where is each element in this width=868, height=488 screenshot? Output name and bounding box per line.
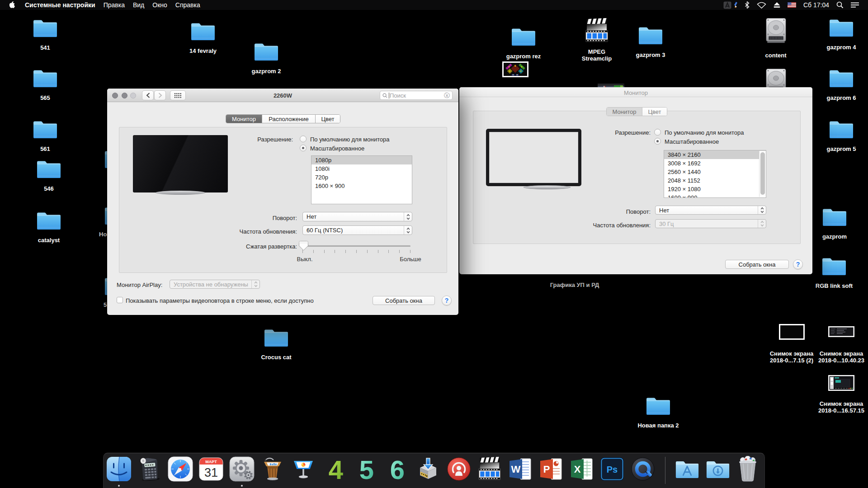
folder-gazprom[interactable]: gazprom	[803, 207, 866, 227]
resolution-list-2[interactable]: 3840 × 21603008 × 16922560 × 14402048 × …	[664, 150, 766, 198]
rotation-dropdown-2[interactable]: Нет	[655, 206, 766, 215]
resolution-option[interactable]: 1080i	[311, 164, 412, 173]
screenshot-2[interactable]: Снимок экрана 2018-0...10.40.23	[810, 326, 868, 337]
pen-status-icon[interactable]	[734, 0, 737, 10]
refresh-dropdown[interactable]: 60 Гц (NTSC)	[302, 225, 412, 235]
dock-keynote[interactable]	[290, 456, 316, 482]
adobe-status-icon[interactable]	[723, 0, 731, 10]
rotation-label-2: Поворот:	[626, 208, 651, 215]
resolution-list[interactable]: 1080p1080i720p1600 × 900	[311, 155, 412, 204]
folder-gazprom-5[interactable]: gazprom 5	[810, 119, 868, 140]
tab-monitor[interactable]: Монитор	[226, 115, 262, 123]
folder-565[interactable]: 565	[14, 68, 77, 89]
bluetooth-icon[interactable]	[745, 0, 750, 10]
screenshot-3[interactable]: Снимок экрана 2018-0...16.57.15	[810, 375, 868, 391]
svg-text:X: X	[574, 464, 581, 475]
folder-gazprom-2[interactable]: gazprom 2	[235, 42, 298, 62]
folder-gazprom-rez[interactable]: gazprom rez	[492, 27, 555, 47]
wifi-icon[interactable]	[757, 0, 766, 10]
folder-546-icon	[17, 159, 80, 179]
menu-clock[interactable]: Сб 17:04	[803, 1, 829, 9]
eject-icon[interactable]	[774, 0, 780, 10]
menu-view[interactable]: Вид	[129, 0, 148, 10]
radio-scaled-resolution-2[interactable]	[654, 138, 661, 145]
resolution-option[interactable]: 3008 × 1692	[664, 159, 766, 168]
resolution-list-scrollbar[interactable]	[759, 151, 766, 197]
dock-broadcast[interactable]	[446, 456, 472, 482]
dock-photoshop[interactable]: Ps	[599, 456, 625, 482]
resolution-option[interactable]: 868 × 488	[664, 185, 766, 193]
dock-num6[interactable]: 6	[384, 456, 410, 482]
folder-novaya-papka-2[interactable]: Новая папка 2	[627, 396, 690, 416]
dock-num4[interactable]: 4	[323, 456, 349, 482]
scrollbar-thumb[interactable]	[760, 152, 765, 195]
radio-scaled-resolution[interactable]	[300, 145, 307, 151]
folder-gazprom-3[interactable]: gazprom 3	[619, 25, 682, 46]
folder-561[interactable]: 561	[14, 119, 77, 140]
window-monitor-titlebar[interactable]: Монитор	[459, 87, 812, 97]
help-button[interactable]: ?	[442, 296, 452, 305]
spotlight-icon[interactable]	[836, 0, 844, 10]
dock-keynote-wood[interactable]	[259, 456, 286, 482]
dock-trash[interactable]	[735, 456, 761, 482]
dock-num5[interactable]: 5	[354, 456, 380, 482]
resolution-option[interactable]: 1600 × 900	[664, 193, 766, 198]
notification-center-icon[interactable]	[851, 0, 859, 10]
dock-safari[interactable]	[167, 456, 193, 482]
dock-folder-apps[interactable]	[674, 456, 700, 482]
folder-541[interactable]: 541	[14, 18, 77, 38]
resolution-option[interactable]: 2560 × 1440	[664, 168, 766, 176]
overscan-slider-track[interactable]	[302, 245, 410, 247]
apple-menu-icon[interactable]	[9, 0, 16, 10]
dock-calc[interactable]	[137, 456, 163, 482]
overscan-slider-knob[interactable]	[299, 241, 308, 251]
gather-windows-button-2[interactable]: Собрать окна	[725, 260, 789, 269]
clear-search-icon[interactable]: ⓧ	[444, 93, 450, 99]
resolution-option[interactable]: 1080p	[311, 156, 412, 164]
folder-crocus-cat[interactable]: Crocus cat	[245, 328, 308, 348]
menu-help[interactable]: Справка	[171, 0, 204, 10]
folder-14-fevraly[interactable]: 14 fevraly	[171, 21, 235, 42]
rotation-dropdown[interactable]: Нет	[302, 212, 412, 221]
dock-folder-downloads[interactable]	[705, 456, 731, 482]
folder-gazprom-6[interactable]: gazprom 6	[810, 68, 868, 89]
dock-word[interactable]: W	[507, 456, 533, 482]
window-display-titlebar[interactable]: 2260W Поиск ⓧ	[107, 89, 458, 102]
menu-edit[interactable]: Правка	[99, 0, 129, 10]
overscan-label: Сжатая развертка:	[246, 243, 297, 250]
dock-finder[interactable]	[106, 456, 132, 482]
gather-windows-button[interactable]: Собрать окна	[373, 296, 435, 305]
folder-gazprom-4[interactable]: gazprom 4	[810, 18, 868, 38]
dock-sysprefs[interactable]	[229, 456, 255, 482]
radio-default-resolution-2[interactable]	[654, 129, 661, 136]
tab-arrangement[interactable]: Расположение	[262, 115, 316, 123]
dock-calendar[interactable]: МАРТ 31	[198, 456, 224, 482]
resolution-option[interactable]: 720p	[311, 173, 412, 182]
folder-546[interactable]: 546	[17, 159, 80, 179]
dock-excel[interactable]: X	[569, 456, 595, 482]
image-preview[interactable]	[484, 61, 547, 77]
label-fragment-no[interactable]: Но	[99, 231, 107, 238]
label-fragment-5[interactable]: 5	[104, 301, 107, 308]
resolution-option[interactable]: 3840 × 2160	[664, 150, 766, 159]
folder-gazprom-icon	[803, 207, 866, 227]
radio-default-resolution[interactable]	[300, 136, 307, 142]
dock-ppt[interactable]: P	[538, 456, 564, 482]
tab-color-2[interactable]: Цвет	[642, 108, 667, 116]
input-language-flag-icon[interactable]	[788, 0, 796, 10]
menu-app-name[interactable]: Системные настройки	[21, 0, 99, 10]
mirroring-menu-checkbox[interactable]	[117, 297, 123, 303]
tab-monitor-2[interactable]: Монитор	[607, 108, 642, 116]
resolution-option[interactable]: 2048 × 1152	[664, 176, 766, 185]
dock-mpeg[interactable]	[476, 456, 503, 482]
drive-content[interactable]: content	[744, 18, 807, 44]
dock-quicktime[interactable]	[630, 456, 656, 482]
tab-color[interactable]: Цвет	[316, 115, 340, 123]
search-field[interactable]: Поиск ⓧ	[380, 91, 453, 100]
help-button-2[interactable]: ?	[793, 259, 803, 269]
menu-window[interactable]: Окно	[148, 0, 171, 10]
folder-catalyst[interactable]: catalyst	[17, 211, 80, 231]
dock: МАРТ 31 4 5 6	[103, 453, 765, 488]
dock-installer[interactable]	[415, 456, 441, 482]
resolution-option[interactable]: 1600 × 900	[311, 182, 412, 190]
